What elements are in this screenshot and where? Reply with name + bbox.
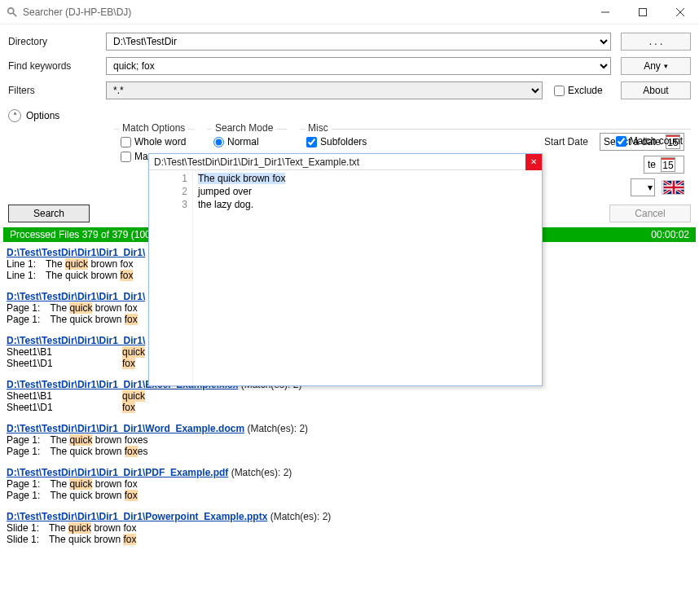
result-line: Sheet1\B1quick bbox=[7, 390, 692, 402]
result-location: Sheet1\D1 bbox=[7, 358, 112, 369]
filters-input[interactable]: *.* bbox=[106, 81, 543, 99]
result-text: The quick brown fox bbox=[49, 534, 136, 545]
match-count-checkbox[interactable]: Match count bbox=[616, 135, 683, 147]
search-button[interactable]: Search bbox=[8, 205, 90, 222]
result-line: Page 1:The quick brown foxes bbox=[7, 446, 692, 457]
keywords-input[interactable]: quick; fox bbox=[106, 57, 611, 75]
highlight: quick bbox=[122, 346, 145, 358]
file-link[interactable]: D:\Test\TestDir\Dir1\Dir1_Dir1\Powerpoin… bbox=[7, 511, 267, 522]
result-text: quick bbox=[122, 390, 145, 402]
svg-rect-3 bbox=[640, 8, 647, 15]
highlight: fox bbox=[122, 358, 135, 369]
result-text: fox bbox=[122, 402, 135, 413]
preview-close-button[interactable]: ✕ bbox=[525, 154, 542, 170]
highlight: fox bbox=[125, 446, 138, 457]
minimize-button[interactable] bbox=[587, 0, 624, 24]
highlight: quick bbox=[69, 434, 92, 446]
result-location: Sheet1\D1 bbox=[7, 402, 112, 413]
match-count-text: (Match(es): 2) bbox=[267, 511, 331, 522]
result-location: Page 1: bbox=[7, 478, 40, 490]
browse-button[interactable]: . . . bbox=[621, 33, 691, 51]
search-mode-group: Search Mode Normal bbox=[207, 129, 287, 154]
subfolders-checkbox[interactable]: Subfolders bbox=[306, 136, 367, 147]
cancel-button[interactable]: Cancel bbox=[609, 205, 691, 222]
result-line: Page 1:The quick brown fox bbox=[7, 478, 692, 490]
highlight: fox bbox=[123, 534, 136, 545]
result-location: Slide 1: bbox=[7, 534, 39, 545]
any-button[interactable]: Any▾ bbox=[621, 57, 691, 75]
about-button[interactable]: About bbox=[621, 81, 691, 99]
title-bar: Searcher (DJ-HP-EB\DJ) bbox=[0, 0, 699, 24]
directory-label: Directory bbox=[8, 36, 106, 47]
highlight: fox bbox=[125, 490, 138, 501]
uk-flag-icon bbox=[662, 180, 684, 195]
match-count-text: (Match(es): 2) bbox=[228, 467, 292, 478]
result-text: fox bbox=[122, 358, 135, 369]
maximize-button[interactable] bbox=[624, 0, 662, 24]
preview-gutter: 1 2 3 bbox=[149, 170, 193, 385]
result-line: Slide 1:The quick brown fox bbox=[7, 522, 692, 534]
file-link[interactable]: D:\Test\TestDir\Dir1\Dir1_Dir1\ bbox=[7, 247, 145, 258]
svg-line-1 bbox=[13, 12, 16, 15]
result-line: Sheet1\D1fox bbox=[7, 402, 692, 413]
app-icon bbox=[7, 7, 18, 18]
start-date-label: Start Date bbox=[544, 136, 588, 147]
match-count-text: (Match(es): 2) bbox=[244, 423, 308, 434]
highlight: quick bbox=[65, 258, 88, 270]
result-text: The quick brown foxes bbox=[50, 434, 147, 446]
result-location: Line 1: bbox=[7, 258, 36, 270]
result-location: Page 1: bbox=[7, 446, 40, 457]
result-line: Slide 1:The quick brown fox bbox=[7, 534, 692, 545]
result-text: The quick brown fox bbox=[50, 314, 137, 325]
file-link[interactable]: D:\Test\TestDir\Dir1\Dir1_Dir1\ bbox=[7, 291, 145, 302]
preview-text[interactable]: The quick brown fox jumped over the lazy… bbox=[193, 170, 542, 385]
result-text: The quick brown fox bbox=[46, 258, 133, 270]
result-location: Page 1: bbox=[7, 314, 40, 325]
result-text: quick bbox=[122, 346, 145, 358]
result-location: Slide 1: bbox=[7, 522, 39, 534]
result-location: Page 1: bbox=[7, 490, 40, 501]
result-location: Line 1: bbox=[7, 270, 36, 281]
result-location: Page 1: bbox=[7, 302, 40, 314]
result-line: Page 1:The quick brown foxes bbox=[7, 434, 692, 446]
result-text: The quick brown fox bbox=[46, 270, 133, 281]
result-text: The quick brown fox bbox=[50, 490, 137, 501]
svg-point-0 bbox=[8, 7, 14, 13]
exclude-checkbox[interactable]: Exclude bbox=[554, 85, 603, 96]
result-text: The quick brown foxes bbox=[50, 446, 147, 457]
highlight: fox bbox=[120, 270, 133, 281]
window-title: Searcher (DJ-HP-EB\DJ) bbox=[23, 7, 587, 18]
file-block: D:\Test\TestDir\Dir1\Dir1_Dir1\Word_Exam… bbox=[7, 423, 692, 457]
options-toggle[interactable]: ˄ Options bbox=[0, 106, 699, 129]
highlight: quick bbox=[69, 478, 92, 490]
result-location: Page 1: bbox=[7, 434, 40, 446]
result-text: The quick brown fox bbox=[50, 302, 137, 314]
chevron-up-icon: ˄ bbox=[8, 109, 21, 122]
highlight: fox bbox=[125, 314, 138, 325]
file-link[interactable]: D:\Test\TestDir\Dir1\Dir1_Dir1\Word_Exam… bbox=[7, 423, 244, 434]
result-location: Sheet1\B1 bbox=[7, 346, 112, 358]
highlight: quick bbox=[69, 302, 92, 314]
highlight: quick bbox=[122, 390, 145, 402]
directory-input[interactable]: D:\Test\TestDir bbox=[106, 33, 611, 51]
keywords-label: Find keywords bbox=[8, 60, 106, 72]
file-block: D:\Test\TestDir\Dir1\Dir1_Dir1\PDF_Examp… bbox=[7, 467, 692, 501]
highlight: fox bbox=[122, 402, 135, 413]
file-link[interactable]: D:\Test\TestDir\Dir1\Dir1_Dir1\PDF_Examp… bbox=[7, 467, 228, 478]
file-block: D:\Test\TestDir\Dir1\Dir1_Dir1\Powerpoin… bbox=[7, 511, 692, 545]
result-text: The quick brown fox bbox=[49, 522, 136, 534]
preview-title: D:\Test\TestDir\Dir1\Dir1_Dir1\Text_Exam… bbox=[149, 156, 525, 168]
file-link[interactable]: D:\Test\TestDir\Dir1\Dir1_Dir1\ bbox=[7, 335, 145, 346]
end-date-input[interactable]: te 15 bbox=[644, 156, 684, 174]
preview-popup: D:\Test\TestDir\Dir1\Dir1_Dir1\Text_Exam… bbox=[148, 153, 543, 386]
result-line: Page 1:The quick brown fox bbox=[7, 490, 692, 501]
filters-label: Filters bbox=[8, 85, 106, 96]
result-text: The quick brown fox bbox=[50, 478, 137, 490]
normal-radio[interactable]: Normal bbox=[213, 136, 280, 147]
close-button[interactable] bbox=[662, 0, 699, 24]
whole-word-checkbox[interactable]: Whole word bbox=[121, 136, 187, 147]
calendar-icon: 15 bbox=[661, 157, 675, 172]
highlight: quick bbox=[68, 522, 91, 534]
result-location: Sheet1\B1 bbox=[7, 390, 112, 402]
language-dropdown[interactable]: ▾ bbox=[631, 178, 655, 196]
